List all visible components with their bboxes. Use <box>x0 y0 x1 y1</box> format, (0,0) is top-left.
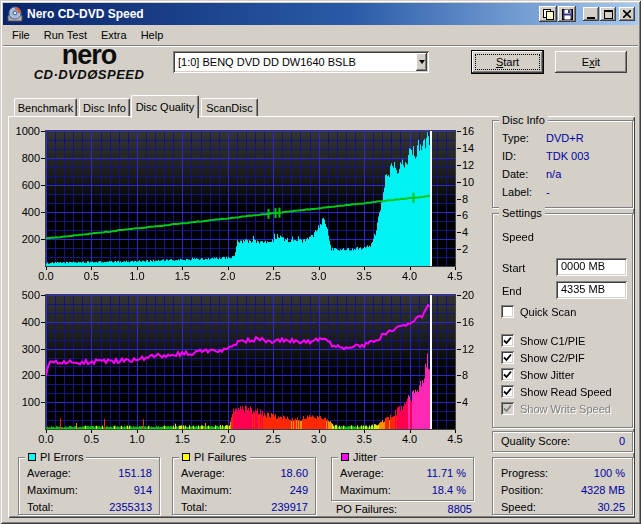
axis-tick <box>455 267 456 270</box>
left-axis-tick-label: 1000 <box>10 125 40 137</box>
show-c2-pif-checkbox[interactable]: Show C2/PIF <box>501 351 585 364</box>
axis-tick <box>457 148 461 149</box>
check-icon <box>503 387 512 396</box>
right-axis-tick-label: 12 <box>462 159 486 171</box>
nero-logo: nero CD·DVDØSPEED <box>14 43 164 82</box>
settings-title: Settings <box>499 207 545 219</box>
start-field[interactable]: 0000 MB <box>556 258 627 276</box>
axis-tick <box>457 375 461 376</box>
right-axis-tick-label: 16 <box>462 125 486 137</box>
x-axis-tick-label: 1.0 <box>122 270 152 282</box>
axis-tick <box>319 430 320 433</box>
tab-scandisc[interactable]: ScanDisc <box>201 98 258 116</box>
axis-tick <box>41 131 45 132</box>
right-axis-tick-label: 4 <box>462 226 486 238</box>
disc-info-box: Disc Info Type: DVD+R ID: TDK 003 Date: … <box>492 120 633 208</box>
checkbox-box[interactable] <box>501 368 514 381</box>
progress-box: Progress:100 % Position:4328 MB Speed:30… <box>492 457 633 515</box>
drive-select[interactable]: [1:0] BENQ DVD DD DW1640 BSLB <box>173 51 429 73</box>
app-icon[interactable] <box>7 6 23 22</box>
stat-row: Maximum:914 <box>27 484 152 496</box>
right-axis-tick-label: 10 <box>462 176 486 188</box>
right-axis-tick-label: 6 <box>462 209 486 221</box>
x-axis-tick-label: 3.5 <box>349 433 379 445</box>
exit-button-label: Exit <box>582 56 600 68</box>
maximize-icon[interactable] <box>600 7 616 21</box>
axis-tick <box>228 430 229 433</box>
axis-tick <box>41 158 45 159</box>
pi-failures-swatch <box>182 453 190 461</box>
x-axis-tick-label: 2.5 <box>258 270 288 282</box>
x-axis-tick-label: 1.5 <box>167 270 197 282</box>
pi-failures-title: PI Failures <box>194 451 247 463</box>
left-axis-tick-label: 100 <box>10 396 40 408</box>
checkbox-box[interactable] <box>501 351 514 364</box>
axis-tick <box>182 267 183 270</box>
pi-failures-jitter-chart <box>45 294 456 430</box>
pi-failures-stats-box: PI Failures Average:18.60 Maximum:249 To… <box>172 457 316 515</box>
close-icon[interactable] <box>619 7 635 21</box>
drive-select-dropdown-button[interactable] <box>416 53 427 71</box>
stat-row: Average:151.18 <box>27 467 152 479</box>
end-field-label: End <box>502 285 522 297</box>
checkbox-label: Show C1/PIE <box>520 335 585 347</box>
axis-tick <box>457 402 461 403</box>
minimize-icon[interactable] <box>583 7 599 21</box>
stat-row: Average:18.60 <box>181 467 308 479</box>
axis-tick <box>457 349 461 350</box>
axis-tick <box>46 430 47 433</box>
axis-tick <box>457 295 461 296</box>
menu-help[interactable]: Help <box>134 27 171 43</box>
start-button[interactable]: Start <box>472 51 543 73</box>
stat-row: Total:239917 <box>181 501 308 513</box>
x-axis-tick-label: 0.0 <box>31 433 61 445</box>
jitter-swatch <box>341 453 349 461</box>
x-axis-tick-label: 3.5 <box>349 270 379 282</box>
disc-type-row: Type: <box>502 132 529 144</box>
tab-disc-info[interactable]: Disc Info <box>79 98 130 116</box>
jitter-title: Jitter <box>353 451 377 463</box>
axis-tick <box>319 267 320 270</box>
tab-benchmark[interactable]: Benchmark <box>14 98 77 116</box>
disc-date-row: Date: <box>502 168 528 180</box>
axis-tick <box>91 267 92 270</box>
tab-disc-quality[interactable]: Disc Quality <box>131 95 199 118</box>
disc-info-title: Disc Info <box>499 114 548 126</box>
axis-tick <box>41 239 45 240</box>
disc-date-value: n/a <box>546 168 561 180</box>
checkbox-box[interactable] <box>501 385 514 398</box>
title-bar[interactable]: Nero CD-DVD Speed <box>3 3 638 25</box>
axis-tick <box>91 430 92 433</box>
copy-icon[interactable] <box>539 6 557 22</box>
speed-value: 30.25 <box>597 501 625 513</box>
x-axis-tick-label: 2.0 <box>213 270 243 282</box>
end-field[interactable]: 4335 MB <box>556 281 627 299</box>
axis-tick <box>364 430 365 433</box>
show-jitter-checkbox[interactable]: Show Jitter <box>501 368 574 381</box>
axis-tick <box>457 131 461 132</box>
exit-button[interactable]: Exit <box>555 51 627 73</box>
position-row: Position:4328 MB <box>501 484 625 496</box>
show-c1-pie-checkbox[interactable]: Show C1/PIE <box>501 334 585 347</box>
checkbox-label: Show Write Speed <box>520 403 611 415</box>
quick-scan-checkbox[interactable]: Quick Scan <box>501 305 576 318</box>
checkbox-box[interactable] <box>501 334 514 347</box>
right-axis-tick-label: 4 <box>462 396 486 408</box>
checkbox-label: Show C2/PIF <box>520 352 585 364</box>
menu-file[interactable]: File <box>5 27 37 43</box>
left-axis-tick-label: 200 <box>10 369 40 381</box>
save-icon[interactable] <box>558 6 576 22</box>
progress-value: 100 % <box>594 467 625 479</box>
x-axis-tick-label: 4.0 <box>395 433 425 445</box>
axis-tick <box>41 185 45 186</box>
triangle-down-icon <box>419 60 425 64</box>
right-axis-tick-label: 12 <box>462 343 486 355</box>
checkbox-box[interactable] <box>501 305 514 318</box>
axis-tick <box>41 295 45 296</box>
window-title: Nero CD-DVD Speed <box>27 7 144 21</box>
show-read-speed-checkbox[interactable]: Show Read Speed <box>501 385 612 398</box>
check-icon <box>503 404 512 413</box>
x-axis-tick-label: 2.5 <box>258 433 288 445</box>
check-icon <box>503 353 512 362</box>
x-axis-tick-label: 4.5 <box>440 433 470 445</box>
